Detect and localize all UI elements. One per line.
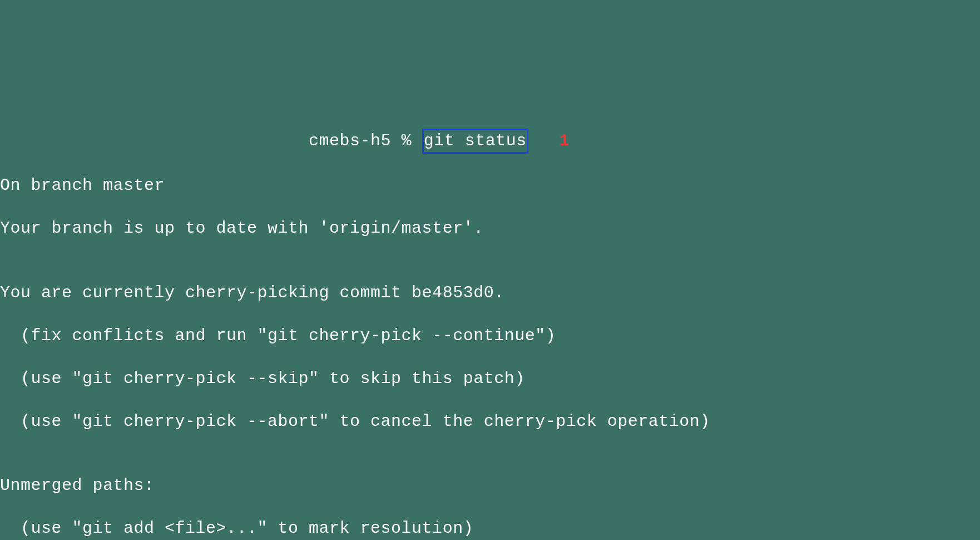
- output-cherry-abort: (use "git cherry-pick --abort" to cancel…: [0, 411, 980, 433]
- output-cherry-skip: (use "git cherry-pick --skip" to skip th…: [0, 368, 980, 390]
- cmd-text: git status: [424, 131, 527, 150]
- prompt-line-1: cmebs-h5 % git status 1: [0, 129, 980, 154]
- output-useadd: (use "git add <file>..." to mark resolut…: [0, 518, 980, 539]
- git-status-command: git status: [422, 129, 528, 154]
- output-uptodate: Your branch is up to date with 'origin/m…: [0, 218, 980, 239]
- prompt-text: cmebs-h5 %: [0, 131, 422, 150]
- annotation-1: 1: [559, 131, 570, 150]
- terminal-window[interactable]: cmebs-h5 % git status 1 On branch master…: [0, 107, 980, 541]
- output-cherry-fix: (fix conflicts and run "git cherry-pick …: [0, 325, 980, 347]
- output-cherry-head: You are currently cherry-picking commit …: [0, 282, 980, 304]
- output-unmerged: Unmerged paths:: [0, 475, 980, 497]
- output-branch: On branch master: [0, 175, 980, 197]
